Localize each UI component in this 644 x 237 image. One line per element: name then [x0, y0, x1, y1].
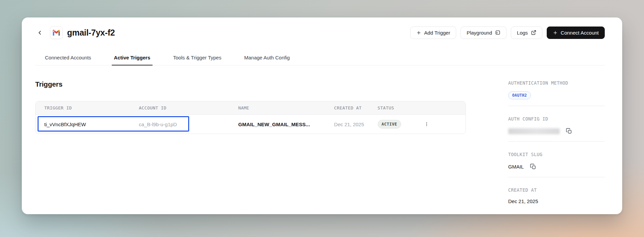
cell-trigger-id: ti_vVncBfXJqHEW	[36, 122, 130, 127]
section-title: Triggers	[35, 80, 467, 88]
toolkit-slug-section: TOOLKIT SLUG GMAIL	[508, 152, 605, 177]
copy-toolkit-slug-button[interactable]	[529, 163, 537, 171]
tab-tools-trigger-types[interactable]: Tools & Trigger Types	[171, 55, 224, 65]
tab-active-triggers[interactable]: Active Triggers	[112, 55, 153, 65]
column-header-name: NAME	[229, 105, 325, 110]
connect-account-button[interactable]: Connect Account	[547, 27, 605, 39]
table-row[interactable]: ti_vVncBfXJqHEW ca_B-l9b-u-g1pD GMAIL_NE…	[36, 115, 466, 134]
table-header-row: TRIGGER ID ACCOUNT ID NAME CREATED AT ST…	[36, 101, 466, 115]
add-trigger-button[interactable]: Add Trigger	[410, 27, 457, 39]
column-header-trigger-id: TRIGGER ID	[36, 105, 130, 110]
copy-auth-config-id-button[interactable]	[565, 127, 573, 135]
logs-button[interactable]: Logs	[511, 27, 542, 39]
details-sidebar: AUTHENTICATION METHOD OAUTH2 AUTH CONFIG…	[508, 80, 605, 204]
created-at-label: CREATED AT	[508, 187, 605, 193]
plus-icon	[416, 30, 421, 35]
app-card: gmail-7yx-f2 Add Trigger Playground Logs	[22, 17, 622, 214]
gmail-logo-icon	[52, 30, 60, 36]
row-actions-button[interactable]	[423, 120, 431, 128]
plus-icon	[553, 30, 558, 35]
auth-config-id-redacted	[508, 128, 560, 134]
header-actions: Add Trigger Playground Logs Connect Acco…	[410, 27, 605, 39]
kebab-menu-icon	[424, 122, 429, 127]
back-button[interactable]	[35, 28, 44, 37]
copy-icon	[530, 163, 536, 170]
desktop-background: { "header": { "title": "gmail-7yx-f2", "…	[0, 0, 644, 237]
cell-name: GMAIL_NEW_GMAIL_MESS...	[229, 122, 325, 127]
connect-account-label: Connect Account	[561, 30, 599, 36]
column-header-created-at: CREATED AT	[325, 105, 369, 110]
column-header-account-id: ACCOUNT ID	[130, 105, 229, 110]
tab-manage-auth-config[interactable]: Manage Auth Config	[242, 55, 292, 65]
tab-connected-accounts[interactable]: Connected Accounts	[43, 55, 94, 65]
playground-terminal-icon	[495, 30, 500, 35]
auth-config-label: AUTH CONFIG ID	[508, 116, 605, 122]
logs-label: Logs	[517, 30, 528, 36]
oauth2-badge: OAUTH2	[508, 91, 531, 99]
toolkit-slug-label: TOOLKIT SLUG	[508, 152, 605, 157]
cell-account-id: ca_B-l9b-u-g1pD	[130, 122, 229, 127]
page-header: gmail-7yx-f2 Add Trigger Playground Logs	[22, 17, 622, 39]
created-at-value: Dec 21, 2025	[508, 198, 605, 204]
auth-method-section: AUTHENTICATION METHOD OAUTH2	[508, 80, 605, 106]
triggers-table: TRIGGER ID ACCOUNT ID NAME CREATED AT ST…	[35, 101, 466, 134]
status-badge: ACTIVE	[378, 120, 401, 129]
column-header-status: STATUS	[369, 105, 417, 110]
tab-bar: Connected Accounts Active Triggers Tools…	[35, 55, 605, 65]
playground-label: Playground	[467, 30, 492, 36]
content-area: Triggers TRIGGER ID ACCOUNT ID NAME CREA…	[35, 80, 605, 204]
triggers-panel: Triggers TRIGGER ID ACCOUNT ID NAME CREA…	[35, 80, 467, 134]
created-at-section: CREATED AT Dec 21, 2025	[508, 187, 605, 204]
cell-actions	[417, 120, 466, 128]
copy-icon	[566, 128, 572, 134]
page-title: gmail-7yx-f2	[67, 28, 115, 38]
auth-method-label: AUTHENTICATION METHOD	[508, 80, 605, 86]
cell-created-at: Dec 21, 2025	[325, 122, 369, 127]
chevron-left-icon	[37, 30, 43, 36]
auth-config-section: AUTH CONFIG ID	[508, 116, 605, 142]
add-trigger-label: Add Trigger	[424, 30, 450, 36]
external-link-icon	[531, 30, 536, 35]
cell-status: ACTIVE	[369, 120, 417, 129]
playground-button[interactable]: Playground	[461, 27, 506, 39]
gmail-app-tile	[50, 26, 63, 39]
toolkit-slug-value: GMAIL	[508, 164, 524, 170]
